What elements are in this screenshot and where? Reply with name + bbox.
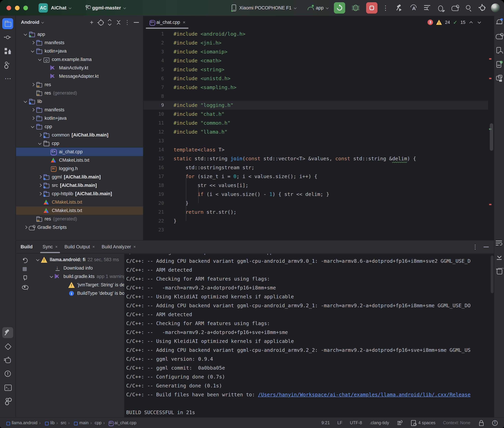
- sync-tree-row[interactable]: build.gradle.kts app 1 warning: [33, 272, 124, 281]
- close-tab-icon[interactable]: ×: [133, 244, 136, 249]
- close-tab-icon[interactable]: ×: [55, 244, 58, 249]
- lock-icon[interactable]: [478, 420, 484, 426]
- notifications-button[interactable]: [495, 17, 504, 27]
- project-tree-row[interactable]: CMakeLists.txt: [16, 198, 143, 206]
- running-devices-button[interactable]: [495, 60, 504, 69]
- tree-chevron-icon[interactable]: [30, 124, 36, 130]
- code-line[interactable]: 2 #include <jni.h>: [143, 38, 488, 47]
- more-actions-button[interactable]: ⋮: [382, 5, 389, 11]
- tree-chevron-icon[interactable]: [37, 208, 43, 214]
- hide-panel-icon[interactable]: [133, 19, 140, 26]
- sync-tree-row[interactable]: Download info: [33, 264, 124, 272]
- gemini-tool-button[interactable]: [495, 74, 504, 83]
- tree-chevron-icon[interactable]: [37, 182, 43, 188]
- tree-chevron-icon[interactable]: [30, 48, 36, 54]
- tree-chevron-icon[interactable]: [44, 74, 50, 79]
- maximize-window-button[interactable]: [23, 6, 28, 10]
- clang-tidy-widget[interactable]: .clang-tidy: [369, 420, 389, 425]
- console-scrollbar-thumb[interactable]: [491, 255, 494, 293]
- tree-chevron-icon[interactable]: [37, 199, 43, 205]
- filter-view-icon[interactable]: [21, 284, 28, 290]
- tree-chevron-icon[interactable]: [37, 141, 43, 147]
- tab-sync[interactable]: Sync ×: [39, 240, 61, 253]
- close-tab-icon[interactable]: ×: [183, 20, 185, 25]
- tree-chevron-icon[interactable]: [44, 166, 50, 172]
- code-line[interactable]: 15 static std::string join(const std::ve…: [143, 154, 488, 163]
- code-style-icon[interactable]: [397, 420, 403, 426]
- editor-scrollbar-thumb[interactable]: [490, 123, 493, 151]
- code-line[interactable]: 13: [143, 136, 488, 145]
- version-control-tool-button[interactable]: [2, 396, 13, 407]
- project-selector[interactable]: AiChat: [48, 5, 72, 11]
- code-area[interactable]: 1 #include <android/log.h> 2 #include <j…: [143, 29, 488, 240]
- project-tree-row[interactable]: CMakeLists.txt: [16, 156, 143, 165]
- apply-code-changes-icon[interactable]: [424, 4, 431, 12]
- project-tree-row[interactable]: ggml [AiChat.lib.main]: [16, 173, 143, 181]
- sync-tree-row[interactable]: llama.android: fi 22 sec, 583 ms: [33, 255, 124, 264]
- branch-selector[interactable]: ggml-master: [90, 5, 126, 11]
- collapse-all-icon[interactable]: [115, 19, 122, 26]
- problems-tool-button[interactable]: [2, 368, 13, 379]
- project-tree-row[interactable]: manifests: [16, 39, 143, 47]
- code-line[interactable]: 22 }: [143, 216, 488, 225]
- app-quality-insights-button[interactable]: [2, 341, 13, 352]
- project-tree-row[interactable]: cpp: [16, 139, 143, 148]
- tree-chevron-icon[interactable]: [37, 132, 43, 138]
- ai-context-widget[interactable]: Context: None: [443, 420, 470, 425]
- device-selector[interactable]: Xiaomi POCOPHONE F1: [232, 4, 297, 11]
- error-stripe-mark[interactable]: [489, 204, 491, 205]
- sync-console[interactable]: C/C++: Using KleidiAI optimized kernels …: [124, 254, 494, 417]
- device-manager-button[interactable]: [495, 46, 504, 55]
- minimize-window-button[interactable]: [15, 6, 19, 10]
- inspections-widget[interactable]: 3 ! 24 ✓ 15: [427, 16, 482, 29]
- scroll-to-end-icon[interactable]: [495, 252, 504, 262]
- passed-count[interactable]: 15: [461, 20, 465, 25]
- pin-tab-icon[interactable]: [21, 275, 28, 281]
- profiler-tool-button[interactable]: [2, 354, 13, 365]
- locate-file-icon[interactable]: [97, 19, 104, 26]
- tree-chevron-icon[interactable]: [30, 40, 36, 46]
- project-tree-row[interactable]: res (generated): [16, 89, 143, 97]
- tree-chevron-icon[interactable]: [49, 274, 55, 280]
- soft-wrap-icon[interactable]: [495, 239, 504, 248]
- tree-chevron-icon[interactable]: [30, 82, 36, 88]
- project-tree-row[interactable]: CMakeLists.txt: [16, 206, 143, 215]
- editor-tab-ai-chat-cpp[interactable]: ai_chat.cpp ×: [146, 16, 188, 29]
- tree-chevron-icon[interactable]: [23, 32, 28, 37]
- tree-chevron-icon[interactable]: [30, 90, 36, 96]
- project-tree-row[interactable]: MessageAdapter.kt: [16, 72, 143, 81]
- code-line[interactable]: 11 #include "common.h": [143, 118, 488, 127]
- tree-chevron-icon[interactable]: [62, 290, 68, 296]
- code-line[interactable]: 6 #include <unistd.h>: [143, 74, 488, 83]
- build-options-icon[interactable]: ⋮: [472, 244, 478, 250]
- tree-chevron-icon[interactable]: [30, 115, 36, 121]
- indent-widget[interactable]: 4 spaces: [410, 420, 436, 426]
- project-tree-row[interactable]: ai_chat.cpp: [16, 148, 143, 156]
- stop-button[interactable]: [366, 2, 377, 14]
- tree-chevron-icon[interactable]: [23, 224, 28, 230]
- code-line[interactable]: 14 template<class T>: [143, 145, 488, 154]
- commit-tool-button[interactable]: [2, 32, 13, 43]
- code-line[interactable]: 17 for (size_t i = 0; i < values.size();…: [143, 172, 488, 181]
- rerun-button[interactable]: [334, 2, 345, 14]
- tree-chevron-icon[interactable]: [44, 157, 50, 163]
- tree-chevron-icon[interactable]: [37, 191, 43, 197]
- project-tree-row[interactable]: common [AiChat.lib.main]: [16, 131, 143, 139]
- inspection-level-icon[interactable]: [492, 420, 498, 426]
- project-tree-row[interactable]: res: [16, 81, 143, 89]
- run-config-selector[interactable]: app: [307, 4, 329, 11]
- code-line[interactable]: 10 #include "chat.h": [143, 110, 488, 118]
- project-tree-row[interactable]: kotlin+java: [16, 47, 143, 55]
- tree-chevron-icon[interactable]: [44, 65, 50, 71]
- project-tree-row[interactable]: logging.h: [16, 165, 143, 173]
- debug-button[interactable]: [350, 2, 361, 14]
- structure-tool-button[interactable]: [2, 46, 13, 57]
- expand-all-icon[interactable]: [106, 19, 113, 26]
- project-tree-row[interactable]: manifests: [16, 106, 143, 114]
- project-tree-row[interactable]: app: [16, 30, 143, 39]
- tree-chevron-icon[interactable]: [35, 257, 41, 263]
- tab-build-analyzer[interactable]: Build Analyzer ×: [98, 240, 139, 253]
- next-problem-icon[interactable]: [477, 20, 482, 25]
- project-tree-row[interactable]: MainActivity.kt: [16, 64, 143, 72]
- code-line[interactable]: 8: [143, 92, 488, 101]
